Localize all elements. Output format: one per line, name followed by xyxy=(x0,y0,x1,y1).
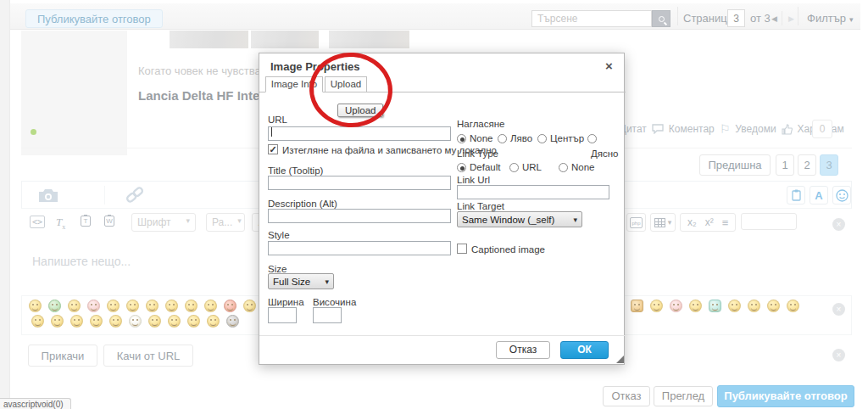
url-input[interactable] xyxy=(268,126,451,141)
link-target-select[interactable]: Same Window (_self)▾ xyxy=(457,211,582,227)
radio-icon xyxy=(587,134,597,143)
radio-icon xyxy=(457,163,466,172)
text-cursor xyxy=(271,127,272,137)
chevron-down-icon: ▾ xyxy=(573,216,577,224)
page: Публикувайте отговор Страница 3 от 3 ◀ ▶… xyxy=(0,0,868,409)
captioned-image-label: Captioned image xyxy=(471,244,545,255)
radio-icon xyxy=(509,163,519,172)
description-label: Description (Alt) xyxy=(268,199,337,209)
dialog-close-icon[interactable]: × xyxy=(605,59,613,73)
style-label: Style xyxy=(268,230,290,240)
width-label: Ширина xyxy=(268,297,304,307)
chevron-down-icon: ▾ xyxy=(325,277,329,286)
align-left-radio[interactable]: Ляво xyxy=(498,130,532,145)
align-center-radio[interactable]: Център xyxy=(537,130,584,145)
size-select[interactable]: Full Size▾ xyxy=(268,273,334,289)
radio-icon xyxy=(537,134,547,143)
link-url-label: Link Url xyxy=(457,175,490,185)
dialog-cancel-button[interactable]: Отказ xyxy=(496,341,550,359)
align-label: Нагласяне xyxy=(457,119,504,129)
title-input[interactable] xyxy=(268,176,451,190)
dialog-ok-button[interactable]: ОК xyxy=(560,341,609,359)
link-type-url-radio[interactable]: URL xyxy=(509,159,542,174)
url-label: URL xyxy=(268,115,287,125)
link-type-none-radio[interactable]: None xyxy=(559,159,595,174)
captioned-image-checkbox[interactable] xyxy=(457,244,467,254)
browser-status-bar: avascriptvoid(0) xyxy=(0,398,71,409)
link-type-label: Link Type xyxy=(457,148,498,159)
url-field-wrap xyxy=(268,125,451,141)
radio-icon xyxy=(498,134,507,143)
align-right-radio[interactable]: Дясно xyxy=(587,130,624,160)
radio-icon xyxy=(559,163,568,172)
style-input[interactable] xyxy=(268,241,451,255)
download-locally-checkbox[interactable]: ✓ xyxy=(268,144,278,154)
link-target-label: Link Target xyxy=(457,201,504,211)
height-label: Височина xyxy=(313,297,356,307)
link-url-input[interactable] xyxy=(457,185,609,199)
link-type-default-radio[interactable]: Default xyxy=(457,159,500,174)
width-input[interactable] xyxy=(268,307,297,323)
height-input[interactable] xyxy=(313,307,342,323)
description-input[interactable] xyxy=(268,209,451,223)
title-label: Title (Tooltip) xyxy=(268,165,323,176)
dialog-footer-divider xyxy=(259,335,626,336)
dialog-resize-handle[interactable] xyxy=(616,356,624,363)
align-none-radio[interactable]: None xyxy=(457,130,493,145)
radio-icon xyxy=(457,134,466,143)
